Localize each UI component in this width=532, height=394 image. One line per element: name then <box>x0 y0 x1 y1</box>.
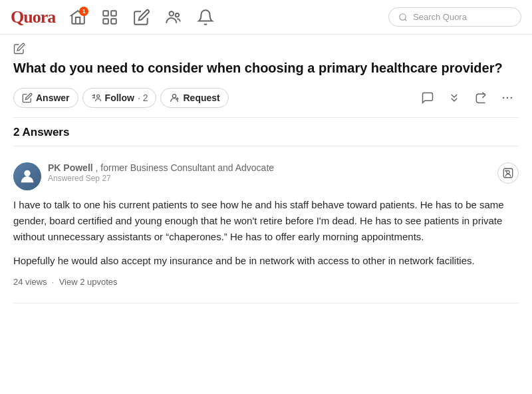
edit-icon-row <box>13 43 519 57</box>
author-info: PK Powell , former Business Consultant a… <box>48 162 492 183</box>
svg-point-8 <box>173 95 176 98</box>
answer-button[interactable]: Answer <box>13 88 78 108</box>
request-button[interactable]: Request <box>160 88 228 108</box>
svg-point-7 <box>96 95 99 97</box>
feed-nav-button[interactable] <box>95 3 124 32</box>
answer-text: I have to talk to one his current patien… <box>13 197 519 269</box>
answer-author-follow-button[interactable] <box>497 162 519 184</box>
answer-icon <box>22 93 33 103</box>
home-nav-button[interactable]: 1 <box>63 3 92 32</box>
svg-rect-13 <box>503 168 513 178</box>
svg-point-11 <box>511 97 513 99</box>
avatar[interactable] <box>13 162 41 190</box>
view-upvotes-link[interactable]: View 2 upvotes <box>59 277 118 287</box>
author-credentials: , former Business Consultant and Advocat… <box>96 162 274 173</box>
comment-button[interactable] <box>416 87 439 109</box>
action-bar: Answer Follow · 2 Request <box>13 87 519 118</box>
navbar: Quora 1 <box>0 0 532 35</box>
svg-rect-0 <box>103 11 108 16</box>
spaces-nav-button[interactable] <box>159 3 188 32</box>
edit-question-icon[interactable] <box>13 43 25 55</box>
avatar-person-icon <box>18 167 37 186</box>
search-bar[interactable]: Search Quora <box>388 7 521 27</box>
request-label: Request <box>183 93 219 103</box>
share-icon <box>474 91 487 104</box>
answer-paragraph-1: I have to talk to one his current patien… <box>13 197 519 245</box>
answer-block: PK Powell , former Business Consultant a… <box>13 157 519 292</box>
comment-icon <box>421 91 434 104</box>
answer-divider <box>13 303 519 303</box>
svg-point-12 <box>24 170 30 176</box>
views-count: 24 views <box>13 277 47 287</box>
downvote-icon <box>448 91 461 104</box>
write-nav-button[interactable] <box>127 3 156 32</box>
svg-point-4 <box>170 11 174 15</box>
quora-logo[interactable]: Quora <box>11 7 55 27</box>
svg-point-14 <box>507 170 510 174</box>
follow-label: Follow <box>105 93 134 103</box>
follow-count: · 2 <box>138 93 148 103</box>
downvote-button[interactable] <box>443 87 466 109</box>
answer-header: PK Powell , former Business Consultant a… <box>13 162 519 190</box>
more-options-icon <box>501 91 514 104</box>
svg-point-10 <box>507 97 509 99</box>
svg-point-9 <box>503 97 505 99</box>
svg-rect-2 <box>103 19 108 24</box>
request-icon <box>169 93 180 103</box>
answers-count: 2 Answers <box>13 126 519 146</box>
svg-rect-1 <box>111 11 116 16</box>
question-title: What do you need to consider when choosi… <box>13 59 519 77</box>
more-options-button[interactable] <box>496 87 519 109</box>
follow-button[interactable]: Follow · 2 <box>82 88 157 108</box>
follow-icon <box>91 93 102 103</box>
share-button[interactable] <box>469 87 492 109</box>
answer-date: Answered Sep 27 <box>48 174 492 183</box>
nav-icons: 1 <box>63 3 386 32</box>
answer-follow-icon <box>502 167 514 179</box>
notification-badge: 1 <box>79 7 88 16</box>
svg-point-5 <box>176 13 179 17</box>
answer-meta: 24 views · View 2 upvotes <box>13 277 519 287</box>
search-icon <box>398 13 408 22</box>
answer-label: Answer <box>36 93 70 103</box>
svg-point-6 <box>400 13 406 19</box>
answer-paragraph-2: Hopefully he would also accept my insura… <box>13 253 519 269</box>
notifications-nav-button[interactable] <box>191 3 220 32</box>
svg-rect-3 <box>111 19 116 24</box>
author-name[interactable]: PK Powell , former Business Consultant a… <box>48 162 492 173</box>
search-placeholder: Search Quora <box>413 12 467 22</box>
main-content: What do you need to consider when choosi… <box>0 35 532 317</box>
